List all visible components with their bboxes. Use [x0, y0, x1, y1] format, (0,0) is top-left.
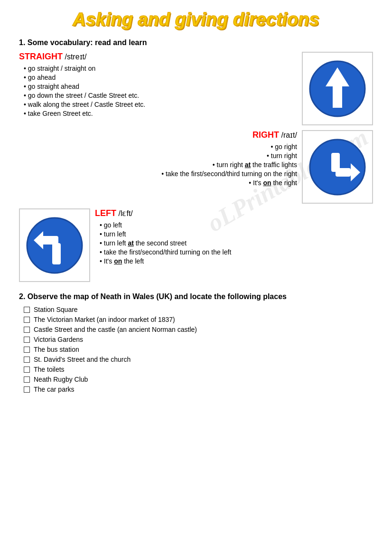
left-list: go left turn left turn left at the secon…: [95, 221, 373, 265]
list-item: go straight / straight on: [19, 65, 297, 72]
section2-heading: 2. Observe the map of Neath in Wales (UK…: [19, 292, 373, 302]
checkbox[interactable]: [24, 357, 30, 363]
svg-rect-11: [52, 241, 58, 248]
right-text: RIGHT /raɪt/ go right turn right turn ri…: [19, 130, 297, 188]
left-block: LEFT /lɛft/ go left turn left turn left …: [19, 208, 373, 282]
place-name: Castle Street and the castle (an ancient…: [34, 326, 197, 333]
straight-sign-svg: [309, 60, 366, 117]
place-name: St. David's Street and the church: [34, 356, 131, 363]
list-item: go left: [95, 221, 373, 229]
left-phonetic: /lɛft/: [118, 209, 132, 217]
place-name: The bus station: [34, 346, 79, 353]
straight-word: STRAIGHT: [19, 52, 63, 61]
list-item: go down the street / Castle Street etc.: [19, 92, 297, 99]
section1-heading: 1. Some vocabulary: read and learn: [19, 38, 373, 47]
list-item: turn left at the second street: [95, 239, 373, 247]
list-item: go ahead: [19, 74, 297, 81]
straight-list: go straight / straight on go ahead go st…: [19, 65, 297, 117]
checkbox[interactable]: [24, 347, 30, 353]
list-item: The toilets: [24, 366, 373, 373]
list-item: Castle Street and the castle (an ancient…: [24, 326, 373, 333]
list-item: The Victorian Market (an indoor market o…: [24, 316, 373, 323]
checkbox[interactable]: [24, 367, 30, 373]
right-sign: [302, 130, 373, 204]
checkbox[interactable]: [24, 307, 30, 313]
place-name: The car parks: [34, 386, 75, 393]
place-name: The Victorian Market (an indoor market o…: [34, 316, 175, 323]
list-item: take the first/second/third turning on t…: [95, 248, 373, 256]
list-item: go right: [19, 143, 297, 151]
place-name: Victoria Gardens: [34, 336, 83, 343]
left-text: LEFT /lɛft/ go left turn left turn left …: [95, 208, 373, 266]
places-list: Station Square The Victorian Market (an …: [24, 306, 373, 393]
list-item: Neath Rugby Club: [24, 376, 373, 383]
checkbox[interactable]: [24, 376, 30, 383]
left-sign: [19, 208, 90, 282]
list-item: Station Square: [24, 306, 373, 313]
left-sign-svg: [26, 217, 83, 274]
right-sign-svg: [309, 139, 366, 196]
right-block: RIGHT /raɪt/ go right turn right turn ri…: [19, 130, 373, 204]
right-list: go right turn right turn right at the tr…: [19, 143, 297, 187]
right-word: RIGHT: [252, 130, 279, 140]
list-item: The bus station: [24, 346, 373, 353]
list-item: It's on the right: [19, 179, 297, 187]
list-item: turn right: [19, 152, 297, 160]
place-name: The toilets: [34, 366, 65, 373]
left-word: LEFT: [95, 208, 116, 218]
list-item: turn right at the traffic lights: [19, 161, 297, 169]
list-item: take the first/second/third turning on t…: [19, 170, 297, 178]
checkbox[interactable]: [24, 317, 30, 323]
list-item: take Green Street etc.: [19, 110, 297, 117]
straight-sign: [302, 52, 373, 125]
list-item: turn left: [95, 230, 373, 238]
list-item: It's on the left: [95, 257, 373, 265]
straight-block: STRAIGHT /streɪt/ go straight / straight…: [19, 52, 373, 125]
list-item: Victoria Gardens: [24, 336, 373, 343]
place-name: Neath Rugby Club: [34, 376, 88, 383]
list-item: go straight ahead: [19, 83, 297, 90]
list-item: The car parks: [24, 386, 373, 393]
list-item: St. David's Street and the church: [24, 356, 373, 363]
straight-phonetic: /streɪt/: [65, 53, 86, 61]
place-name: Station Square: [34, 306, 78, 313]
checkbox[interactable]: [24, 337, 30, 343]
vocab-section: STRAIGHT /streɪt/ go straight / straight…: [19, 52, 373, 282]
checkbox[interactable]: [24, 327, 30, 333]
checkbox[interactable]: [24, 386, 30, 393]
page-title: Asking and giving directions: [19, 9, 373, 30]
right-phonetic: /raɪt/: [281, 131, 297, 139]
straight-text: STRAIGHT /streɪt/ go straight / straight…: [19, 52, 297, 119]
list-item: walk along the street / Castle Street et…: [19, 101, 297, 108]
svg-rect-6: [336, 168, 344, 172]
